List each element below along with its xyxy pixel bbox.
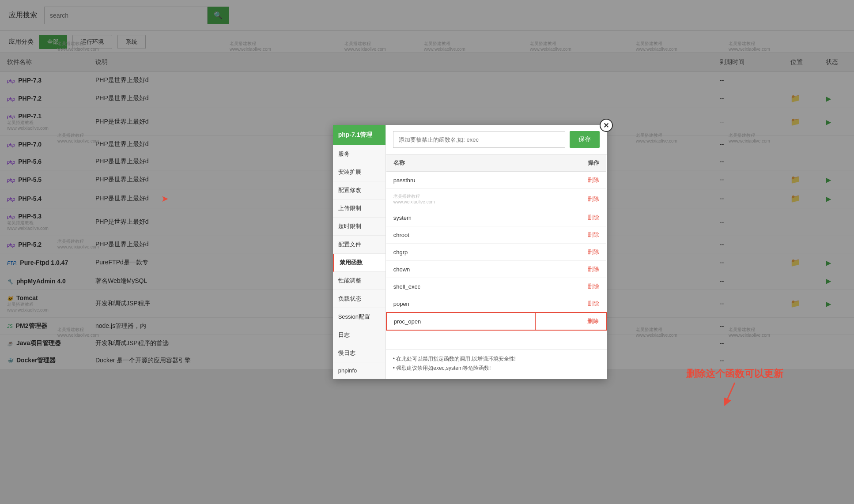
modal-table-row: popen 删除 <box>386 295 606 313</box>
delete-button[interactable]: 删除 <box>588 282 599 290</box>
delete-button[interactable]: 删除 <box>588 214 599 222</box>
modal-row-name: 老吴搭建教程www.weixiaolive.com <box>386 189 535 209</box>
modal-th-name: 名称 <box>386 154 535 172</box>
svg-line-1 <box>726 383 735 402</box>
modal-nav-item-session[interactable]: Session配置 <box>333 308 385 326</box>
modal-table-row: chgrp 删除 <box>386 244 606 261</box>
modal-table-row: proc_open 删除 <box>386 312 606 330</box>
info-note: 在此处可以禁用指定函数的调用,以增强环境安全性! <box>393 355 600 363</box>
delete-button[interactable]: 删除 <box>588 300 599 308</box>
modal-functions-table: 名称 操作 passthru 删除 老吴搭建教程www.weixiaolive.… <box>386 154 607 331</box>
modal-table-row: passthru 删除 <box>386 172 606 189</box>
modal-row-action: 删除 <box>535 312 606 330</box>
modal-row-action: 删除 <box>535 244 606 261</box>
modal-table-row: 老吴搭建教程www.weixiaolive.com 删除 <box>386 189 606 209</box>
modal-table-row: shell_exec 删除 <box>386 278 606 295</box>
modal-add-row: 保存 <box>386 125 607 154</box>
modal-row-name: popen <box>386 295 535 313</box>
modal-nav-item-phpinfo[interactable]: phpinfo <box>333 362 385 379</box>
modal: ✕ php-7.1管理 服务安装扩展配置修改上传限制超时限制配置文件禁用函数性能… <box>333 125 607 379</box>
modal-row-name: passthru <box>386 172 535 189</box>
modal-row-name: proc_open <box>386 312 535 330</box>
add-function-input[interactable] <box>393 131 565 148</box>
delete-button[interactable]: 删除 <box>588 195 599 203</box>
info-note: 强烈建议禁用如exec,system等危险函数! <box>393 365 600 372</box>
arrow-annotation: 删除这个函数可以更新 <box>686 367 783 407</box>
modal-content: 保存 名称 操作 passthru 删除 老吴搭建教程www.weixiaoli… <box>386 125 607 379</box>
modal-nav-item-timeout[interactable]: 超时限制 <box>333 218 385 236</box>
modal-table-row: chroot 删除 <box>386 226 606 244</box>
modal-row-action: 删除 <box>535 209 606 226</box>
delete-button[interactable]: 删除 <box>587 317 599 325</box>
modal-nav-item-performance[interactable]: 性能调整 <box>333 272 385 290</box>
modal-info: 在此处可以禁用指定函数的调用,以增强环境安全性!强烈建议禁用如exec,syst… <box>386 350 607 379</box>
modal-row-name: chroot <box>386 226 535 244</box>
modal-table-wrap: 名称 操作 passthru 删除 老吴搭建教程www.weixiaolive.… <box>386 154 607 350</box>
delete-button[interactable]: 删除 <box>588 176 599 184</box>
modal-row-action: 删除 <box>535 278 606 295</box>
modal-row-action: 删除 <box>535 172 606 189</box>
modal-close-button[interactable]: ✕ <box>600 119 613 132</box>
modal-row-action: 删除 <box>535 189 606 209</box>
save-button[interactable]: 保存 <box>570 131 600 148</box>
modal-row-action: 删除 <box>535 261 606 278</box>
delete-button[interactable]: 删除 <box>588 231 599 239</box>
annotation-text: 删除这个函数可以更新 <box>686 367 783 380</box>
modal-nav-item-service[interactable]: 服务 <box>333 145 385 163</box>
modal-nav-item-logs[interactable]: 日志 <box>333 326 385 344</box>
modal-row-name: chgrp <box>386 244 535 261</box>
modal-row-name: shell_exec <box>386 278 535 295</box>
nav-arrow-icon: ➤ <box>161 193 169 204</box>
modal-row-action: 删除 <box>535 295 606 313</box>
modal-nav-item-upload_limit[interactable]: 上传限制 <box>333 199 385 218</box>
modal-nav-item-install_ext[interactable]: 安装扩展 <box>333 163 385 181</box>
modal-row-action: 删除 <box>535 226 606 244</box>
modal-nav-item-slow_logs[interactable]: 慢日志 <box>333 344 385 362</box>
modal-row-name: chown <box>386 261 535 278</box>
modal-nav-item-config[interactable]: 配置修改 <box>333 181 385 199</box>
delete-button[interactable]: 删除 <box>588 265 599 273</box>
modal-nav-item-config_file[interactable]: 配置文件 <box>333 236 385 254</box>
modal-nav: php-7.1管理 服务安装扩展配置修改上传限制超时限制配置文件禁用函数性能调整… <box>333 125 386 379</box>
modal-nav-item-load_status[interactable]: 负载状态 <box>333 290 385 308</box>
red-arrow-icon <box>722 380 748 407</box>
modal-table-row: system 删除 <box>386 209 606 226</box>
modal-table-row: chown 删除 <box>386 261 606 278</box>
modal-nav-item-banned_funcs[interactable]: 禁用函数 <box>333 254 385 272</box>
delete-button[interactable]: 删除 <box>588 248 599 256</box>
modal-row-name: system <box>386 209 535 226</box>
modal-title: php-7.1管理 <box>333 125 385 145</box>
modal-th-action: 操作 <box>535 154 606 172</box>
